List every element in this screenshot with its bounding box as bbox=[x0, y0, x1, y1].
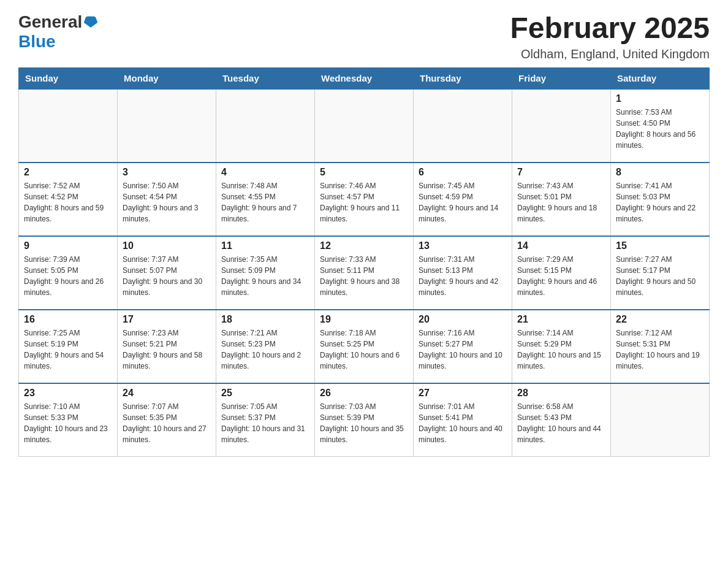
col-monday: Monday bbox=[118, 67, 216, 89]
table-row: 10Sunrise: 7:37 AM Sunset: 5:07 PM Dayli… bbox=[118, 236, 216, 310]
day-info: Sunrise: 7:14 AM Sunset: 5:29 PM Dayligh… bbox=[517, 327, 605, 372]
table-row: 28Sunrise: 6:58 AM Sunset: 5:43 PM Dayli… bbox=[512, 383, 611, 457]
day-info: Sunrise: 7:53 AM Sunset: 4:50 PM Dayligh… bbox=[616, 107, 704, 151]
day-info: Sunrise: 7:46 AM Sunset: 4:57 PM Dayligh… bbox=[320, 180, 408, 224]
table-row: 17Sunrise: 7:23 AM Sunset: 5:21 PM Dayli… bbox=[118, 310, 216, 383]
table-row: 24Sunrise: 7:07 AM Sunset: 5:35 PM Dayli… bbox=[118, 383, 216, 457]
day-info: Sunrise: 7:03 AM Sunset: 5:39 PM Dayligh… bbox=[320, 401, 408, 445]
table-row: 3Sunrise: 7:50 AM Sunset: 4:54 PM Daylig… bbox=[118, 163, 216, 236]
table-row: 1Sunrise: 7:53 AM Sunset: 4:50 PM Daylig… bbox=[611, 89, 710, 163]
table-row: 27Sunrise: 7:01 AM Sunset: 5:41 PM Dayli… bbox=[414, 383, 512, 457]
day-info: Sunrise: 7:48 AM Sunset: 4:55 PM Dayligh… bbox=[221, 180, 309, 224]
page-subtitle: Oldham, England, United Kingdom bbox=[510, 47, 710, 61]
day-number: 6 bbox=[419, 167, 507, 178]
table-row: 9Sunrise: 7:39 AM Sunset: 5:05 PM Daylig… bbox=[19, 236, 118, 310]
table-row: 19Sunrise: 7:18 AM Sunset: 5:25 PM Dayli… bbox=[315, 310, 414, 383]
day-info: Sunrise: 7:18 AM Sunset: 5:25 PM Dayligh… bbox=[320, 327, 408, 372]
logo-blue-text: Blue bbox=[18, 32, 56, 51]
page-title: February 2025 bbox=[510, 12, 710, 45]
calendar-week-row: 16Sunrise: 7:25 AM Sunset: 5:19 PM Dayli… bbox=[19, 310, 710, 383]
col-wednesday: Wednesday bbox=[315, 67, 414, 89]
day-number: 23 bbox=[24, 388, 112, 399]
calendar-header-row: Sunday Monday Tuesday Wednesday Thursday… bbox=[19, 67, 710, 89]
day-info: Sunrise: 7:05 AM Sunset: 5:37 PM Dayligh… bbox=[221, 401, 309, 445]
table-row bbox=[414, 89, 512, 163]
day-number: 19 bbox=[320, 314, 408, 325]
day-info: Sunrise: 7:07 AM Sunset: 5:35 PM Dayligh… bbox=[123, 401, 211, 445]
day-info: Sunrise: 7:29 AM Sunset: 5:15 PM Dayligh… bbox=[517, 254, 605, 298]
col-sunday: Sunday bbox=[19, 67, 118, 89]
day-number: 3 bbox=[123, 167, 211, 178]
table-row bbox=[611, 383, 710, 457]
day-number: 2 bbox=[24, 167, 112, 178]
col-thursday: Thursday bbox=[414, 67, 512, 89]
table-row: 2Sunrise: 7:52 AM Sunset: 4:52 PM Daylig… bbox=[19, 163, 118, 236]
day-number: 18 bbox=[221, 314, 309, 325]
col-tuesday: Tuesday bbox=[216, 67, 315, 89]
day-info: Sunrise: 7:21 AM Sunset: 5:23 PM Dayligh… bbox=[221, 327, 309, 372]
table-row: 11Sunrise: 7:35 AM Sunset: 5:09 PM Dayli… bbox=[216, 236, 315, 310]
day-number: 12 bbox=[320, 240, 408, 251]
calendar-week-row: 23Sunrise: 7:10 AM Sunset: 5:33 PM Dayli… bbox=[19, 383, 710, 457]
table-row: 13Sunrise: 7:31 AM Sunset: 5:13 PM Dayli… bbox=[414, 236, 512, 310]
title-block: February 2025 Oldham, England, United Ki… bbox=[510, 12, 710, 61]
day-number: 20 bbox=[419, 314, 507, 325]
day-number: 1 bbox=[616, 93, 704, 104]
table-row bbox=[216, 89, 315, 163]
day-number: 17 bbox=[123, 314, 211, 325]
table-row: 15Sunrise: 7:27 AM Sunset: 5:17 PM Dayli… bbox=[611, 236, 710, 310]
calendar-table: Sunday Monday Tuesday Wednesday Thursday… bbox=[18, 67, 710, 458]
day-number: 15 bbox=[616, 240, 704, 251]
day-info: Sunrise: 7:16 AM Sunset: 5:27 PM Dayligh… bbox=[419, 327, 507, 372]
day-number: 9 bbox=[24, 240, 112, 251]
table-row: 16Sunrise: 7:25 AM Sunset: 5:19 PM Dayli… bbox=[19, 310, 118, 383]
day-number: 14 bbox=[517, 240, 605, 251]
day-info: Sunrise: 7:37 AM Sunset: 5:07 PM Dayligh… bbox=[123, 254, 211, 298]
day-info: Sunrise: 7:33 AM Sunset: 5:11 PM Dayligh… bbox=[320, 254, 408, 298]
calendar-week-row: 2Sunrise: 7:52 AM Sunset: 4:52 PM Daylig… bbox=[19, 163, 710, 236]
table-row bbox=[19, 89, 118, 163]
day-number: 26 bbox=[320, 388, 408, 399]
calendar-week-row: 9Sunrise: 7:39 AM Sunset: 5:05 PM Daylig… bbox=[19, 236, 710, 310]
table-row: 20Sunrise: 7:16 AM Sunset: 5:27 PM Dayli… bbox=[414, 310, 512, 383]
day-number: 21 bbox=[517, 314, 605, 325]
logo-general-text: General bbox=[18, 12, 82, 32]
table-row: 21Sunrise: 7:14 AM Sunset: 5:29 PM Dayli… bbox=[512, 310, 611, 383]
day-info: Sunrise: 7:35 AM Sunset: 5:09 PM Dayligh… bbox=[221, 254, 309, 298]
day-number: 24 bbox=[123, 388, 211, 399]
table-row: 5Sunrise: 7:46 AM Sunset: 4:57 PM Daylig… bbox=[315, 163, 414, 236]
day-number: 22 bbox=[616, 314, 704, 325]
col-saturday: Saturday bbox=[611, 67, 710, 89]
day-info: Sunrise: 7:27 AM Sunset: 5:17 PM Dayligh… bbox=[616, 254, 704, 298]
day-number: 10 bbox=[123, 240, 211, 251]
table-row: 8Sunrise: 7:41 AM Sunset: 5:03 PM Daylig… bbox=[611, 163, 710, 236]
calendar-week-row: 1Sunrise: 7:53 AM Sunset: 4:50 PM Daylig… bbox=[19, 89, 710, 163]
day-info: Sunrise: 6:58 AM Sunset: 5:43 PM Dayligh… bbox=[517, 401, 605, 445]
table-row bbox=[315, 89, 414, 163]
table-row: 26Sunrise: 7:03 AM Sunset: 5:39 PM Dayli… bbox=[315, 383, 414, 457]
logo-arrow-icon bbox=[84, 14, 97, 30]
day-number: 16 bbox=[24, 314, 112, 325]
day-number: 13 bbox=[419, 240, 507, 251]
table-row: 25Sunrise: 7:05 AM Sunset: 5:37 PM Dayli… bbox=[216, 383, 315, 457]
day-info: Sunrise: 7:41 AM Sunset: 5:03 PM Dayligh… bbox=[616, 180, 704, 224]
table-row: 7Sunrise: 7:43 AM Sunset: 5:01 PM Daylig… bbox=[512, 163, 611, 236]
day-number: 4 bbox=[221, 167, 309, 178]
day-info: Sunrise: 7:12 AM Sunset: 5:31 PM Dayligh… bbox=[616, 327, 704, 372]
day-info: Sunrise: 7:25 AM Sunset: 5:19 PM Dayligh… bbox=[24, 327, 112, 372]
day-info: Sunrise: 7:23 AM Sunset: 5:21 PM Dayligh… bbox=[123, 327, 211, 372]
table-row: 22Sunrise: 7:12 AM Sunset: 5:31 PM Dayli… bbox=[611, 310, 710, 383]
day-number: 5 bbox=[320, 167, 408, 178]
table-row bbox=[118, 89, 216, 163]
day-info: Sunrise: 7:43 AM Sunset: 5:01 PM Dayligh… bbox=[517, 180, 605, 224]
col-friday: Friday bbox=[512, 67, 611, 89]
table-row: 14Sunrise: 7:29 AM Sunset: 5:15 PM Dayli… bbox=[512, 236, 611, 310]
table-row: 23Sunrise: 7:10 AM Sunset: 5:33 PM Dayli… bbox=[19, 383, 118, 457]
day-info: Sunrise: 7:31 AM Sunset: 5:13 PM Dayligh… bbox=[419, 254, 507, 298]
day-info: Sunrise: 7:10 AM Sunset: 5:33 PM Dayligh… bbox=[24, 401, 112, 445]
day-number: 27 bbox=[419, 388, 507, 399]
table-row: 4Sunrise: 7:48 AM Sunset: 4:55 PM Daylig… bbox=[216, 163, 315, 236]
table-row: 12Sunrise: 7:33 AM Sunset: 5:11 PM Dayli… bbox=[315, 236, 414, 310]
day-info: Sunrise: 7:50 AM Sunset: 4:54 PM Dayligh… bbox=[123, 180, 211, 224]
table-row bbox=[512, 89, 611, 163]
